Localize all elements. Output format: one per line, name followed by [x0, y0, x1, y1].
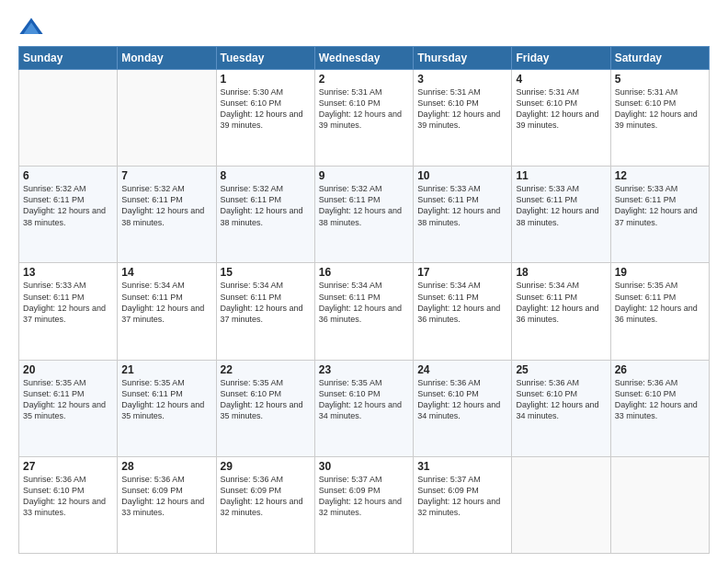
day-info: Sunrise: 5:35 AM Sunset: 6:11 PM Dayligh…: [121, 377, 211, 422]
calendar-cell: 23Sunrise: 5:35 AM Sunset: 6:10 PM Dayli…: [314, 360, 413, 456]
calendar-cell: 7Sunrise: 5:32 AM Sunset: 6:11 PM Daylig…: [118, 167, 216, 263]
day-info: Sunrise: 5:36 AM Sunset: 6:09 PM Dayligh…: [221, 474, 311, 519]
day-number: 8: [221, 169, 311, 182]
day-info: Sunrise: 5:35 AM Sunset: 6:10 PM Dayligh…: [221, 377, 311, 422]
weekday-header-saturday: Saturday: [610, 47, 709, 70]
calendar: SundayMondayTuesdayWednesdayThursdayFrid…: [18, 46, 710, 554]
calendar-cell: 10Sunrise: 5:33 AM Sunset: 6:11 PM Dayli…: [414, 167, 512, 263]
weekday-header-wednesday: Wednesday: [314, 47, 413, 70]
day-number: 24: [417, 363, 507, 376]
day-number: 4: [516, 73, 606, 86]
weekday-header-thursday: Thursday: [414, 47, 512, 70]
day-info: Sunrise: 5:30 AM Sunset: 6:10 PM Dayligh…: [221, 86, 311, 132]
calendar-week-row: 27Sunrise: 5:36 AM Sunset: 6:10 PM Dayli…: [19, 456, 710, 553]
day-info: Sunrise: 5:32 AM Sunset: 6:11 PM Dayligh…: [221, 183, 311, 228]
day-number: 19: [615, 266, 705, 279]
calendar-cell: 24Sunrise: 5:36 AM Sunset: 6:10 PM Dayli…: [414, 360, 512, 456]
day-info: Sunrise: 5:31 AM Sunset: 6:10 PM Dayligh…: [417, 86, 507, 132]
day-info: Sunrise: 5:36 AM Sunset: 6:09 PM Dayligh…: [121, 474, 211, 519]
day-number: 12: [615, 169, 705, 182]
day-number: 31: [417, 460, 507, 473]
weekday-header-friday: Friday: [512, 47, 610, 70]
day-info: Sunrise: 5:36 AM Sunset: 6:10 PM Dayligh…: [516, 377, 606, 422]
day-info: Sunrise: 5:36 AM Sunset: 6:10 PM Dayligh…: [23, 474, 113, 519]
day-info: Sunrise: 5:34 AM Sunset: 6:11 PM Dayligh…: [319, 280, 409, 325]
day-info: Sunrise: 5:34 AM Sunset: 6:11 PM Dayligh…: [516, 280, 606, 325]
calendar-cell: 29Sunrise: 5:36 AM Sunset: 6:09 PM Dayli…: [216, 456, 314, 553]
day-info: Sunrise: 5:33 AM Sunset: 6:11 PM Dayligh…: [516, 183, 606, 228]
day-number: 30: [319, 460, 409, 473]
calendar-cell: 12Sunrise: 5:33 AM Sunset: 6:11 PM Dayli…: [610, 167, 709, 263]
calendar-cell: 3Sunrise: 5:31 AM Sunset: 6:10 PM Daylig…: [414, 70, 512, 167]
calendar-week-row: 1Sunrise: 5:30 AM Sunset: 6:10 PM Daylig…: [19, 70, 710, 167]
calendar-week-row: 20Sunrise: 5:35 AM Sunset: 6:11 PM Dayli…: [19, 360, 710, 456]
logo-icon: [18, 15, 44, 40]
calendar-cell: 16Sunrise: 5:34 AM Sunset: 6:11 PM Dayli…: [314, 263, 413, 360]
day-info: Sunrise: 5:31 AM Sunset: 6:10 PM Dayligh…: [615, 86, 705, 132]
day-number: 6: [23, 169, 113, 182]
calendar-cell: 15Sunrise: 5:34 AM Sunset: 6:11 PM Dayli…: [216, 263, 314, 360]
calendar-cell: 13Sunrise: 5:33 AM Sunset: 6:11 PM Dayli…: [19, 263, 118, 360]
day-number: 28: [121, 460, 211, 473]
page: SundayMondayTuesdayWednesdayThursdayFrid…: [0, 0, 728, 563]
day-info: Sunrise: 5:37 AM Sunset: 6:09 PM Dayligh…: [417, 474, 507, 519]
calendar-cell: [19, 70, 118, 167]
weekday-header-tuesday: Tuesday: [216, 47, 314, 70]
logo: [18, 15, 48, 40]
day-number: 1: [221, 73, 311, 86]
calendar-cell: [610, 456, 709, 553]
day-number: 11: [516, 169, 606, 182]
calendar-cell: 27Sunrise: 5:36 AM Sunset: 6:10 PM Dayli…: [19, 456, 118, 553]
day-info: Sunrise: 5:35 AM Sunset: 6:11 PM Dayligh…: [615, 280, 705, 325]
day-info: Sunrise: 5:32 AM Sunset: 6:11 PM Dayligh…: [319, 183, 409, 228]
calendar-cell: 21Sunrise: 5:35 AM Sunset: 6:11 PM Dayli…: [118, 360, 216, 456]
day-number: 10: [417, 169, 507, 182]
calendar-week-row: 6Sunrise: 5:32 AM Sunset: 6:11 PM Daylig…: [19, 167, 710, 263]
calendar-cell: 31Sunrise: 5:37 AM Sunset: 6:09 PM Dayli…: [414, 456, 512, 553]
calendar-cell: 20Sunrise: 5:35 AM Sunset: 6:11 PM Dayli…: [19, 360, 118, 456]
day-number: 17: [417, 266, 507, 279]
calendar-cell: 4Sunrise: 5:31 AM Sunset: 6:10 PM Daylig…: [512, 70, 610, 167]
calendar-cell: [512, 456, 610, 553]
weekday-header-monday: Monday: [118, 47, 216, 70]
calendar-cell: 17Sunrise: 5:34 AM Sunset: 6:11 PM Dayli…: [414, 263, 512, 360]
calendar-cell: 14Sunrise: 5:34 AM Sunset: 6:11 PM Dayli…: [118, 263, 216, 360]
calendar-cell: 6Sunrise: 5:32 AM Sunset: 6:11 PM Daylig…: [19, 167, 118, 263]
day-number: 5: [615, 73, 705, 86]
day-info: Sunrise: 5:36 AM Sunset: 6:10 PM Dayligh…: [417, 377, 507, 422]
day-number: 14: [121, 266, 211, 279]
day-info: Sunrise: 5:33 AM Sunset: 6:11 PM Dayligh…: [615, 183, 705, 228]
day-number: 7: [121, 169, 211, 182]
calendar-cell: [118, 70, 216, 167]
day-info: Sunrise: 5:33 AM Sunset: 6:11 PM Dayligh…: [23, 280, 113, 325]
calendar-cell: 19Sunrise: 5:35 AM Sunset: 6:11 PM Dayli…: [610, 263, 709, 360]
day-info: Sunrise: 5:33 AM Sunset: 6:11 PM Dayligh…: [417, 183, 507, 228]
day-info: Sunrise: 5:32 AM Sunset: 6:11 PM Dayligh…: [23, 183, 113, 228]
day-info: Sunrise: 5:31 AM Sunset: 6:10 PM Dayligh…: [516, 86, 606, 132]
calendar-cell: 2Sunrise: 5:31 AM Sunset: 6:10 PM Daylig…: [314, 70, 413, 167]
day-number: 27: [23, 460, 113, 473]
calendar-cell: 28Sunrise: 5:36 AM Sunset: 6:09 PM Dayli…: [118, 456, 216, 553]
day-number: 16: [319, 266, 409, 279]
day-info: Sunrise: 5:32 AM Sunset: 6:11 PM Dayligh…: [121, 183, 211, 228]
calendar-cell: 11Sunrise: 5:33 AM Sunset: 6:11 PM Dayli…: [512, 167, 610, 263]
day-number: 29: [221, 460, 311, 473]
calendar-cell: 9Sunrise: 5:32 AM Sunset: 6:11 PM Daylig…: [314, 167, 413, 263]
day-number: 9: [319, 169, 409, 182]
day-number: 20: [23, 363, 113, 376]
weekday-header-sunday: Sunday: [19, 47, 118, 70]
day-number: 13: [23, 266, 113, 279]
calendar-cell: 25Sunrise: 5:36 AM Sunset: 6:10 PM Dayli…: [512, 360, 610, 456]
day-info: Sunrise: 5:35 AM Sunset: 6:11 PM Dayligh…: [23, 377, 113, 422]
day-info: Sunrise: 5:31 AM Sunset: 6:10 PM Dayligh…: [319, 86, 409, 132]
day-info: Sunrise: 5:34 AM Sunset: 6:11 PM Dayligh…: [417, 280, 507, 325]
day-number: 18: [516, 266, 606, 279]
day-info: Sunrise: 5:34 AM Sunset: 6:11 PM Dayligh…: [121, 280, 211, 325]
day-number: 15: [221, 266, 311, 279]
day-number: 22: [221, 363, 311, 376]
day-info: Sunrise: 5:35 AM Sunset: 6:10 PM Dayligh…: [319, 377, 409, 422]
calendar-cell: 30Sunrise: 5:37 AM Sunset: 6:09 PM Dayli…: [314, 456, 413, 553]
header: [18, 15, 710, 40]
calendar-cell: 26Sunrise: 5:36 AM Sunset: 6:10 PM Dayli…: [610, 360, 709, 456]
day-info: Sunrise: 5:37 AM Sunset: 6:09 PM Dayligh…: [319, 474, 409, 519]
